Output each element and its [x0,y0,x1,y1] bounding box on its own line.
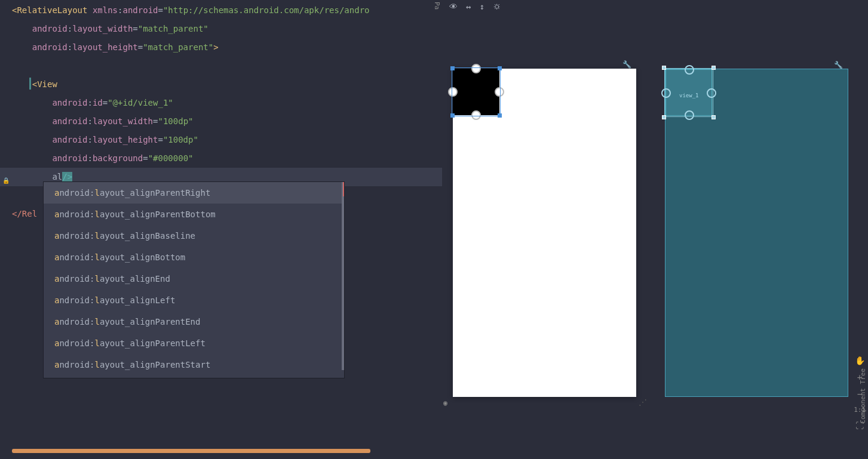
autocomplete-item[interactable]: android:layout_alignParentTop [44,375,344,378]
resize-corner-icon[interactable]: ⋰ [639,398,647,407]
selection-handle[interactable] [498,66,502,70]
code-line[interactable]: <RelativeLayout xmlns:android="http://sc… [0,1,442,20]
pan-tool-icon[interactable]: ✋ [854,356,866,365]
zoom-in-button[interactable]: + [854,372,866,382]
caret-indicator [29,78,31,90]
selection-handle[interactable] [662,115,666,119]
zoom-out-button[interactable]: − [854,389,866,399]
code-line[interactable]: android:background="#000000" [0,149,442,168]
selection-handle[interactable] [711,115,716,119]
zoom-fit-button[interactable]: ⛶ [854,421,866,430]
autocomplete-scroll-marker [343,182,344,196]
scrollbar-thumb[interactable] [12,449,370,453]
preview-toolbar: 👁 ↔ ↕ ⛭ [449,2,501,11]
autocomplete-item[interactable]: android:layout_alignParentBottom [44,204,344,225]
autocomplete-item[interactable]: android:layout_alignBaseline [44,225,344,247]
autocomplete-item[interactable]: android:layout_alignBottom [44,247,344,268]
autocomplete-item[interactable]: android:layout_alignParentLeft [44,332,344,354]
eye-icon[interactable]: 👁 [449,2,458,11]
code-editor-panel[interactable]: Pa <RelativeLayout xmlns:android="http:/… [0,0,442,459]
code-line[interactable] [0,57,442,75]
lock-icon: 🔒 [2,171,10,190]
component-tree-icon[interactable]: ◉ [443,399,447,407]
selection-handle[interactable] [711,66,716,70]
render-row: 🔧 🔧 view_1 [442,0,868,397]
autocomplete-popup[interactable]: android:layout_alignParentRightandroid:l… [43,181,345,378]
zoom-1to1-button[interactable]: 1:1 [854,406,866,414]
layout-preview-panel: 👁 ↔ ↕ ⛭ 🔧 [442,0,868,459]
arrows-horizontal-icon[interactable]: ↔ [466,2,471,11]
autocomplete-item[interactable]: android:layout_alignParentEnd [44,311,344,332]
code-line[interactable]: android:layout_width="100dp" [0,112,442,131]
code-line[interactable]: android:layout_height="match_parent"> [0,38,442,57]
selection-handle[interactable] [498,113,502,118]
editor-scrollbar-horizontal[interactable] [12,449,370,453]
autocomplete-item[interactable]: android:layout_alignEnd [44,268,344,289]
main-container: Pa <RelativeLayout xmlns:android="http:/… [0,0,868,459]
autocomplete-item[interactable]: android:layout_alignParentRight [44,182,344,204]
autocomplete-item[interactable]: android:layout_alignLeft [44,289,344,311]
wrench-icon[interactable]: 🔧 [834,61,843,69]
autocomplete-item[interactable]: android:layout_alignParentStart [44,354,344,375]
selection-handle[interactable] [450,66,455,70]
wrench-icon[interactable]: 🔧 [622,60,631,69]
autocomplete-scrollbar[interactable] [342,182,344,370]
code-line[interactable]: android:id="@+id/view_1" [0,94,442,112]
blueprint-surface[interactable]: 🔧 view_1 [665,69,848,397]
code-area[interactable]: <RelativeLayout xmlns:android="http://sc… [0,0,442,224]
arrows-vertical-icon[interactable]: ↕ [479,2,484,11]
selection-handle[interactable] [450,113,455,118]
code-line[interactable]: android:layout_height="100dp" [0,131,442,149]
selection-handle[interactable] [662,66,666,70]
selection-border [664,68,713,117]
zoom-controls: ✋ + − 1:1 ⛶ [854,356,866,430]
magnet-icon[interactable]: ⛭ [493,2,501,11]
selection-border [452,67,501,116]
code-line[interactable]: android:layout_width="match_parent" [0,20,442,38]
code-line[interactable]: <View [0,75,442,94]
design-surface[interactable]: 🔧 [453,69,636,397]
